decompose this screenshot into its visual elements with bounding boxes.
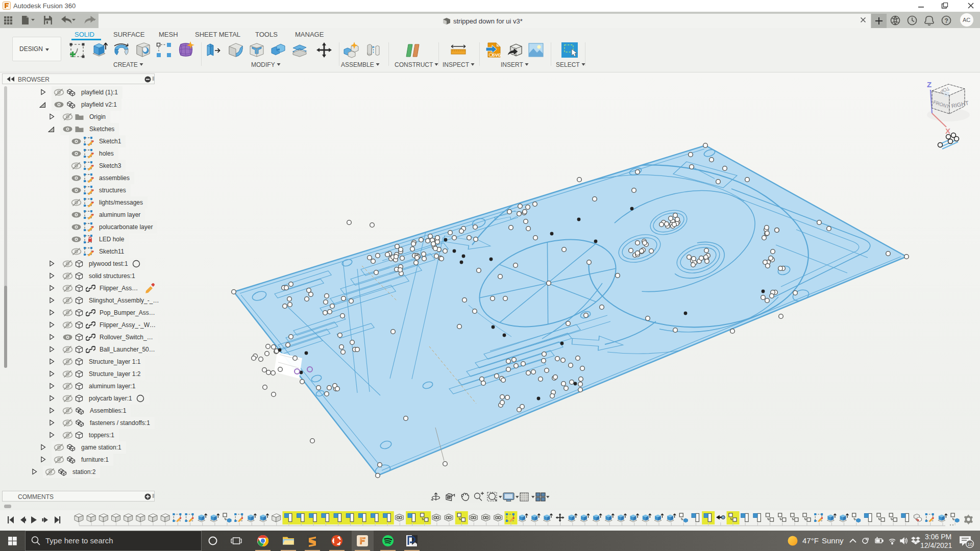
svg-text:X: X — [945, 127, 950, 135]
svg-text:?: ? — [945, 17, 948, 24]
svg-text:SVG: SVG — [492, 53, 501, 58]
svg-text:Z: Z — [927, 80, 932, 89]
svg-text:10: 10 — [968, 542, 973, 547]
